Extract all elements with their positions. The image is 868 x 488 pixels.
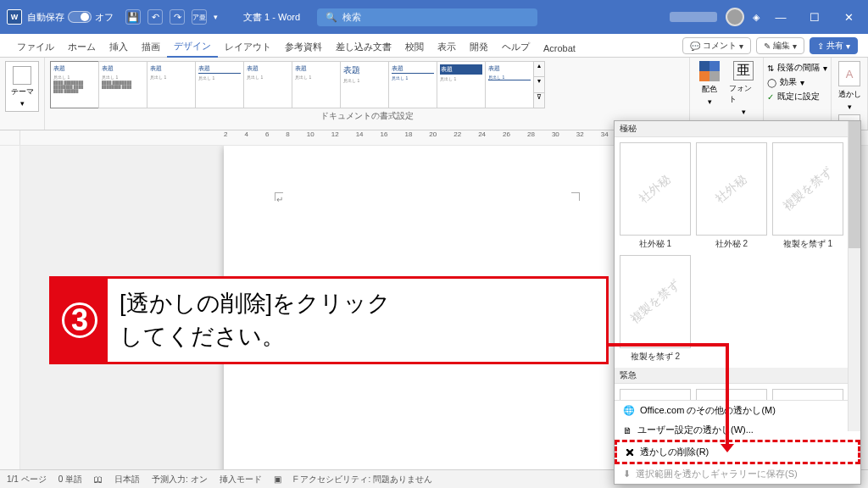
watermark-button[interactable]: A透かし▾: [835, 61, 864, 111]
remove-watermark-item[interactable]: 🗙透かしの削除(R): [615, 440, 860, 464]
watermark-option[interactable]: 社外秘社外秘 1: [620, 142, 691, 250]
autosave-state: オフ: [95, 11, 114, 24]
page-count[interactable]: 1/1 ページ: [7, 474, 47, 485]
tab-help[interactable]: ヘルプ: [495, 37, 537, 57]
comments-button[interactable]: 💬 コメント ▾: [682, 37, 751, 54]
fonts-button[interactable]: 亜フォント▾: [729, 61, 758, 112]
watermark-icon: A: [838, 61, 860, 86]
word-count[interactable]: 0 単語: [58, 474, 82, 485]
formatting-options-group: ⇅ 段落の間隔 ▾ ◯ 効果 ▾ ✓ 既定に設定: [764, 58, 832, 130]
document-title: 文書 1 - Word: [243, 11, 300, 24]
tab-view[interactable]: 表示: [431, 37, 463, 57]
tab-draw[interactable]: 描画: [135, 37, 167, 57]
search-icon: 🔍: [326, 12, 337, 23]
share-button[interactable]: ⇪ 共有 ▾: [810, 37, 858, 54]
dropdown-scrollbar[interactable]: [848, 121, 860, 431]
callout-number: 3: [62, 302, 97, 338]
gallery-down-icon[interactable]: ▾: [534, 76, 544, 92]
gallery-up-icon[interactable]: ▴: [534, 62, 544, 76]
tab-acrobat[interactable]: Acrobat: [537, 40, 582, 57]
tab-design[interactable]: デザイン: [167, 36, 218, 58]
autosave-label: 自動保存: [27, 11, 64, 24]
tab-file[interactable]: ファイル: [10, 37, 61, 57]
fonts-icon: 亜: [733, 61, 754, 80]
tab-insert[interactable]: 挿入: [103, 37, 135, 57]
page-icon: 🗎: [623, 425, 632, 435]
colors-fonts-group: 配色▾ 亜フォント▾: [690, 58, 764, 130]
themes-group: テーマ▾: [0, 58, 45, 130]
tab-developer[interactable]: 開発: [463, 37, 495, 57]
tab-references[interactable]: 参考資料: [278, 37, 329, 57]
tab-review[interactable]: 校閲: [398, 37, 431, 57]
watermark-option[interactable]: 緊急: [696, 389, 767, 400]
ribbon-tabs: ファイル ホーム 挿入 描画 デザイン レイアウト 参考資料 差し込み文書 校閲…: [0, 34, 868, 58]
watermark-option[interactable]: 社外秘社外秘 2: [696, 142, 767, 250]
more-watermarks-item[interactable]: 🌐Office.com のその他の透かし(M)›: [615, 401, 860, 420]
arrow-icon: [721, 444, 734, 452]
section-confidential: 極秘: [615, 121, 860, 137]
watermark-menu: 🌐Office.com のその他の透かし(M)› 🗎ユーザー設定の透かし(W).…: [615, 400, 860, 484]
redo-button[interactable]: ↷: [170, 9, 185, 25]
gallery-more-icon[interactable]: ⊽: [534, 92, 544, 108]
autosave-toggle[interactable]: 自動保存 オフ: [27, 11, 114, 24]
search-placeholder: 検索: [342, 11, 361, 24]
colors-button[interactable]: 配色▾: [695, 61, 724, 112]
callout-text: [透かしの削除]をクリック してください。: [108, 279, 606, 362]
minimize-button[interactable]: ―: [768, 4, 793, 30]
colors-icon: [699, 61, 720, 81]
instruction-callout: 3 [透かしの削除]をクリック してください。: [49, 276, 609, 364]
vertical-ruler[interactable]: [0, 146, 20, 474]
themes-button[interactable]: テーマ▾: [5, 61, 39, 112]
title-bar: W 自動保存 オフ 💾 ↶ ↷ ア亜 ▾ 文書 1 - Word 🔍 検索 ◈ …: [0, 0, 868, 34]
account-name: [670, 12, 717, 22]
watermark-option[interactable]: 緊急: [620, 389, 691, 400]
insert-mode-status[interactable]: 挿入モード: [220, 474, 262, 485]
autosave-pill[interactable]: [68, 11, 92, 23]
qat-more[interactable]: ア亜: [192, 9, 207, 25]
paragraph-spacing-button[interactable]: ⇅ 段落の間隔 ▾: [765, 61, 829, 75]
connector-line: [726, 343, 729, 446]
diamond-icon[interactable]: ◈: [753, 12, 760, 23]
set-default-button[interactable]: ✓ 既定に設定: [765, 90, 829, 103]
undo-button[interactable]: ↶: [147, 9, 163, 25]
remove-icon: 🗙: [626, 447, 635, 458]
gallery-label: ドキュメントの書式設定: [50, 108, 684, 122]
watermark-gallery-dropdown: 極秘 社外秘社外秘 1社外秘社外秘 2複製を禁ず複製を禁ず 1複製を禁ず複製を禁…: [614, 120, 861, 485]
watermark-option[interactable]: 至急: [772, 389, 843, 400]
style-gallery[interactable]: 表題見出し 1████ ████████████████ ████████ ██…: [50, 61, 684, 108]
text-format-icon[interactable]: 🕮: [94, 474, 103, 484]
search-box[interactable]: 🔍 検索: [317, 8, 537, 26]
document-formatting-group: 表題見出し 1████ ████████████████ ████████ ██…: [45, 58, 690, 130]
tab-layout[interactable]: レイアウト: [218, 37, 278, 57]
macro-icon[interactable]: ▣: [274, 474, 281, 484]
section-urgent: 緊急: [615, 368, 860, 384]
editing-mode-button[interactable]: ✎ 編集 ▾: [756, 37, 804, 54]
watermark-option[interactable]: 複製を禁ず複製を禁ず 1: [772, 142, 843, 250]
page-background-group: A透かし▾ ページの色▾ ページ罫線: [832, 58, 868, 130]
account-avatar[interactable]: [726, 8, 744, 26]
custom-watermark-item[interactable]: 🗎ユーザー設定の透かし(W)...: [615, 420, 860, 440]
word-app-icon: W: [7, 9, 22, 25]
predict-status[interactable]: 予測入力: オン: [152, 474, 208, 485]
save-watermark-item[interactable]: ⬇選択範囲を透かしギャラリーに保存(S): [615, 464, 860, 484]
connector-line: [609, 343, 727, 347]
effects-button[interactable]: ◯ 効果 ▾: [765, 75, 829, 89]
close-button[interactable]: ✕: [836, 4, 861, 30]
save-button[interactable]: 💾: [125, 9, 141, 25]
save-icon: ⬇: [623, 469, 631, 480]
language-status[interactable]: 日本語: [114, 474, 140, 485]
tab-mailings[interactable]: 差し込み文書: [329, 37, 398, 57]
maximize-button[interactable]: ☐: [802, 4, 827, 30]
accessibility-status[interactable]: ᖴ アクセシビリティ: 問題ありません: [293, 474, 432, 485]
themes-icon: [13, 66, 31, 85]
tab-home[interactable]: ホーム: [61, 37, 103, 57]
globe-icon: 🌐: [623, 405, 635, 416]
